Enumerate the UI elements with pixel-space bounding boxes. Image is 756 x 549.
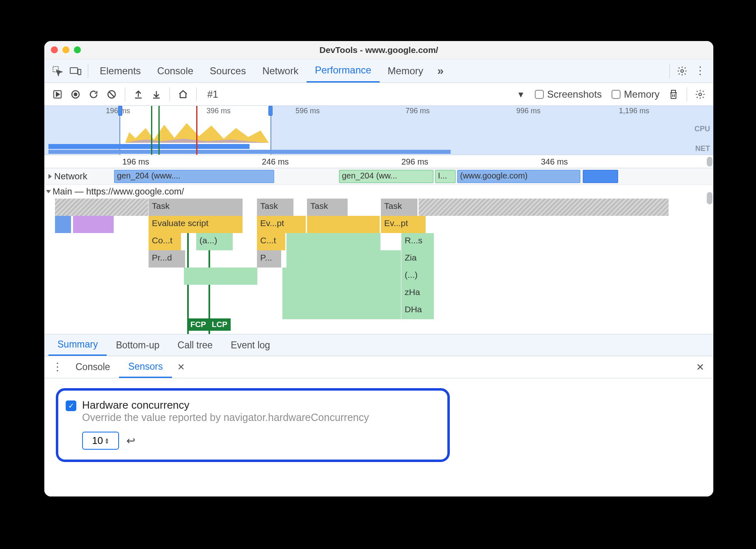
- tab-summary[interactable]: Summary: [48, 334, 107, 356]
- upload-icon[interactable]: [130, 86, 147, 103]
- kebab-menu-icon[interactable]: ⋮: [691, 62, 709, 80]
- flame-bar[interactable]: [73, 216, 114, 233]
- record-icon[interactable]: [67, 86, 84, 103]
- flame-bar[interactable]: [307, 216, 380, 233]
- flame-bar[interactable]: Task: [381, 199, 418, 216]
- scrollbar-thumb[interactable]: [707, 157, 712, 167]
- flame-bar[interactable]: DHa: [401, 302, 434, 319]
- home-icon[interactable]: [175, 86, 191, 103]
- flame-bar[interactable]: Co...t: [149, 233, 181, 250]
- tab-console[interactable]: Console: [149, 59, 202, 82]
- flame-bar[interactable]: Zia: [401, 250, 434, 268]
- toggle-recording-icon[interactable]: [49, 86, 66, 103]
- inspect-element-icon[interactable]: [48, 62, 66, 80]
- tab-performance[interactable]: Performance: [307, 59, 379, 82]
- drawer-tab-console[interactable]: Console: [66, 356, 119, 378]
- drawer-tab-sensors[interactable]: Sensors: [119, 356, 172, 378]
- titlebar: DevTools - www.google.com/: [44, 41, 713, 59]
- tab-call-tree[interactable]: Call tree: [169, 334, 222, 356]
- flame-bar[interactable]: [184, 268, 258, 285]
- overview-handle-left[interactable]: [118, 106, 122, 116]
- flame-bar[interactable]: [286, 233, 381, 250]
- flame-bar[interactable]: [55, 199, 149, 216]
- scrollbar-thumb[interactable]: [707, 192, 712, 204]
- tab-elements[interactable]: Elements: [92, 59, 149, 82]
- tab-memory[interactable]: Memory: [380, 59, 432, 82]
- flame-bar[interactable]: [55, 216, 71, 233]
- flame-bar[interactable]: [286, 250, 401, 268]
- flame-bar[interactable]: P...: [257, 250, 282, 268]
- capture-settings-icon[interactable]: [692, 86, 708, 103]
- flame-chart[interactable]: Network gen_204 (www....gen_204 (ww...I.…: [44, 168, 713, 334]
- network-request[interactable]: gen_204 (www....: [114, 170, 274, 183]
- network-request[interactable]: [583, 170, 618, 183]
- network-request[interactable]: (www.google.com): [457, 170, 580, 183]
- overview-handle-right[interactable]: [268, 106, 273, 116]
- clear-icon[interactable]: [103, 86, 120, 103]
- collect-garbage-icon[interactable]: [665, 86, 682, 103]
- flame-bar[interactable]: [419, 199, 669, 216]
- minimize-window-icon[interactable]: [62, 46, 69, 53]
- flame-bar[interactable]: Ev...pt: [257, 216, 306, 233]
- svg-rect-1: [70, 68, 78, 73]
- network-request[interactable]: I...: [435, 170, 456, 183]
- close-drawer-icon[interactable]: ✕: [691, 358, 709, 376]
- flame-bar[interactable]: Evaluate script: [149, 216, 243, 233]
- screenshots-checkbox[interactable]: Screenshots: [531, 89, 606, 100]
- timeline-overview[interactable]: 196 ms 396 ms 596 ms 796 ms 996 ms 1,196…: [44, 106, 713, 155]
- network-track[interactable]: Network gen_204 (www....gen_204 (ww...I.…: [44, 168, 713, 185]
- performance-toolbar: #1 ▾ Screenshots Memory: [44, 83, 713, 106]
- fcp-marker[interactable]: FCP: [187, 318, 209, 331]
- device-toggle-icon[interactable]: [66, 62, 85, 80]
- network-request[interactable]: gen_204 (ww...: [339, 170, 433, 183]
- close-window-icon[interactable]: [51, 46, 58, 53]
- flame-bar[interactable]: [282, 302, 401, 319]
- svg-point-10: [699, 93, 702, 96]
- flame-bar[interactable]: Task: [257, 199, 294, 216]
- flame-bar[interactable]: (...): [401, 268, 434, 285]
- svg-marker-5: [56, 92, 60, 96]
- drawer-tabbar: ⋮ Console Sensors ✕ ✕: [44, 356, 713, 378]
- more-tabs-icon[interactable]: »: [431, 62, 449, 80]
- flame-bar[interactable]: Task: [307, 199, 348, 216]
- close-tab-icon[interactable]: ✕: [172, 358, 190, 376]
- details-tabbar: Summary Bottom-up Call tree Event log: [44, 334, 713, 356]
- flame-bar[interactable]: Task: [149, 199, 243, 216]
- flame-bar[interactable]: Pr...d: [149, 250, 186, 268]
- tab-event-log[interactable]: Event log: [222, 334, 279, 356]
- flame-bar[interactable]: [282, 285, 401, 302]
- trace-selector[interactable]: #1 ▾: [202, 89, 529, 100]
- hw-subtitle: Override the value reported by navigator…: [82, 412, 369, 423]
- stepper-icon[interactable]: ▲▼: [105, 437, 109, 444]
- download-icon[interactable]: [148, 86, 165, 103]
- flame-bar[interactable]: [282, 268, 401, 285]
- flame-bar[interactable]: C...t: [257, 233, 286, 250]
- tab-sources[interactable]: Sources: [202, 59, 254, 82]
- main-tabbar: Elements Console Sources Network Perform…: [44, 59, 713, 83]
- tab-network[interactable]: Network: [254, 59, 307, 82]
- flame-bar[interactable]: (a...): [196, 233, 233, 250]
- sensors-panel: ✓ Hardware concurrency Override the valu…: [44, 378, 713, 496]
- disclose-icon[interactable]: [46, 190, 51, 193]
- memory-checkbox[interactable]: Memory: [607, 89, 664, 100]
- settings-icon[interactable]: [673, 62, 691, 80]
- tab-bottom-up[interactable]: Bottom-up: [107, 334, 168, 356]
- reset-icon[interactable]: ↩: [126, 435, 135, 447]
- svg-point-7: [74, 92, 78, 96]
- hw-title: Hardware concurrency: [82, 399, 369, 412]
- lcp-marker[interactable]: LCP: [208, 318, 231, 331]
- hardware-concurrency-input[interactable]: 10 ▲▼: [82, 432, 119, 450]
- traffic-lights: [51, 46, 81, 53]
- flame-bar[interactable]: Ev...pt: [381, 216, 426, 233]
- disclose-icon[interactable]: [48, 174, 52, 179]
- reload-icon[interactable]: [85, 86, 102, 103]
- zoom-window-icon[interactable]: [74, 46, 81, 53]
- drawer-menu-icon[interactable]: ⋮: [48, 358, 66, 376]
- flame-ruler[interactable]: 196 ms 246 ms 296 ms 346 ms: [44, 155, 713, 168]
- flame-bar[interactable]: zHa: [401, 285, 434, 302]
- flame-bar[interactable]: R...s: [401, 233, 434, 250]
- main-track-header[interactable]: Main — https://www.google.com/: [44, 185, 713, 199]
- hardware-concurrency-checkbox[interactable]: ✓: [66, 400, 76, 411]
- trace-name: #1: [207, 89, 514, 100]
- dropdown-icon: ▾: [518, 89, 523, 100]
